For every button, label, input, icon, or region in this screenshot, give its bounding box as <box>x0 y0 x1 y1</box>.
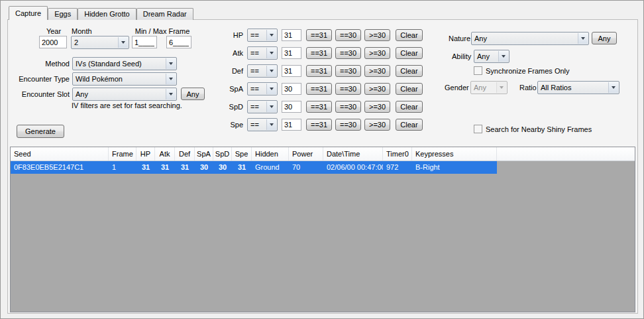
atk-clear-button[interactable]: Clear <box>396 47 423 59</box>
def-clear-button[interactable]: Clear <box>396 65 423 77</box>
cell-power: 70 <box>289 161 323 174</box>
spa-op-select[interactable]: == <box>247 82 278 96</box>
def-ge30-button[interactable]: >=30 <box>364 65 390 77</box>
def-eq31-button[interactable]: ==31 <box>306 65 332 77</box>
def-op-select[interactable]: == <box>247 64 278 78</box>
chevron-down-icon <box>266 48 276 58</box>
hp-label: HP <box>214 31 243 39</box>
atk-op-value: == <box>250 49 259 57</box>
def-op-value: == <box>250 67 259 75</box>
def-eq30-button[interactable]: ==30 <box>335 65 361 77</box>
chevron-down-icon <box>496 82 506 93</box>
generate-button[interactable]: Generate <box>17 125 64 138</box>
cell-seed: 0F83E0EB5E2147C1 <box>11 161 109 174</box>
gender-select-value: Any <box>474 84 486 92</box>
atk-eq31-button[interactable]: ==31 <box>306 47 332 59</box>
column-header-frame[interactable]: Frame <box>109 147 136 160</box>
column-header-spa[interactable]: SpA <box>195 147 213 160</box>
spd-ge30-button[interactable]: >=30 <box>364 101 390 113</box>
ability-label: Ability <box>452 52 471 60</box>
atk-ge30-button[interactable]: >=30 <box>364 47 390 59</box>
cell-datetime: 02/06/00 00:47:00 <box>323 161 383 174</box>
spe-op-select[interactable]: == <box>247 118 278 131</box>
table-row[interactable]: 0F83E0EB5E2147C1 1 31 31 31 30 30 31 Gro… <box>11 161 497 174</box>
column-header-hp[interactable]: HP <box>136 147 155 160</box>
column-header-spe[interactable]: Spe <box>232 147 252 160</box>
atk-value-input[interactable] <box>282 47 301 59</box>
hp-clear-button[interactable]: Clear <box>396 29 423 41</box>
gender-label: Gender <box>445 84 469 92</box>
spe-clear-button[interactable]: Clear <box>396 119 423 131</box>
ability-select-value: Any <box>477 52 490 60</box>
shiny-label: Search for Nearby Shiny Frames <box>486 125 592 133</box>
def-value-input[interactable] <box>282 65 301 77</box>
atk-op-select[interactable]: == <box>247 46 278 60</box>
encounter-type-select[interactable]: Wild Pokémon <box>72 72 177 86</box>
year-input[interactable] <box>39 36 67 48</box>
chevron-down-icon <box>266 84 276 94</box>
hp-eq31-button[interactable]: ==31 <box>306 29 332 41</box>
ratio-select-value: All Ratios <box>541 84 571 92</box>
app-window: Capture Eggs Hidden Grotto Dream Radar Y… <box>0 0 644 319</box>
column-header-keypresses[interactable]: Keypresses <box>412 147 497 160</box>
chevron-down-icon <box>166 74 176 84</box>
column-header-seed[interactable]: Seed <box>11 147 109 160</box>
ability-select[interactable]: Any <box>474 50 510 63</box>
tab-eggs[interactable]: Eggs <box>48 8 78 20</box>
column-header-datetime[interactable]: Date\Time <box>323 147 383 160</box>
chevron-down-icon <box>166 58 176 69</box>
month-select-value: 2 <box>74 38 78 46</box>
chevron-down-icon <box>498 51 508 62</box>
cell-frame: 1 <box>109 161 136 174</box>
cell-def: 31 <box>175 161 195 174</box>
column-header-def[interactable]: Def <box>175 147 195 160</box>
month-select[interactable]: 2 <box>71 36 129 49</box>
tab-dream-radar[interactable]: Dream Radar <box>136 8 193 20</box>
spd-eq30-button[interactable]: ==30 <box>335 101 361 113</box>
hp-op-select[interactable]: == <box>247 29 278 42</box>
atk-label: Atk <box>214 49 243 57</box>
spe-value-input[interactable] <box>282 119 301 131</box>
spa-value-input[interactable] <box>282 83 301 95</box>
spe-ge30-button[interactable]: >=30 <box>364 119 390 131</box>
atk-eq30-button[interactable]: ==30 <box>335 47 361 59</box>
spa-clear-button[interactable]: Clear <box>396 83 423 95</box>
spa-ge30-button[interactable]: >=30 <box>364 83 390 95</box>
shiny-checkbox[interactable] <box>474 125 482 133</box>
encounter-slot-select[interactable]: Any <box>72 88 177 101</box>
nature-select[interactable]: Any <box>471 32 589 45</box>
spd-eq31-button[interactable]: ==31 <box>306 101 332 113</box>
encounter-slot-any-button[interactable]: Any <box>181 88 205 100</box>
hp-op-value: == <box>250 31 259 39</box>
method-select[interactable]: IVs (Standard Seed) <box>72 57 177 70</box>
cell-hp: 31 <box>136 161 155 174</box>
max-frame-input[interactable] <box>166 36 191 48</box>
chevron-down-icon <box>266 30 276 40</box>
gender-select: Any <box>470 81 508 94</box>
hp-value-input[interactable] <box>282 29 301 41</box>
tab-capture[interactable]: Capture <box>9 6 48 20</box>
spd-clear-button[interactable]: Clear <box>396 101 423 113</box>
cell-keypresses: B-Right <box>412 161 497 174</box>
spa-eq31-button[interactable]: ==31 <box>306 83 332 95</box>
hp-eq30-button[interactable]: ==30 <box>335 29 361 41</box>
spe-eq31-button[interactable]: ==31 <box>306 119 332 131</box>
column-header-atk[interactable]: Atk <box>155 147 175 160</box>
min-frame-input[interactable] <box>132 36 157 48</box>
column-header-power[interactable]: Power <box>289 147 323 160</box>
cell-spe: 31 <box>232 161 252 174</box>
chevron-down-icon <box>166 89 176 99</box>
nature-any-button[interactable]: Any <box>592 32 617 44</box>
spa-eq30-button[interactable]: ==30 <box>335 83 361 95</box>
column-header-spd[interactable]: SpD <box>213 147 232 160</box>
spd-op-select[interactable]: == <box>247 100 278 113</box>
spe-eq30-button[interactable]: ==30 <box>335 119 361 131</box>
hp-ge30-button[interactable]: >=30 <box>364 29 390 41</box>
column-header-timer0[interactable]: Timer0 <box>383 147 412 160</box>
spa-op-value: == <box>250 85 259 93</box>
spd-value-input[interactable] <box>282 101 301 113</box>
tab-hidden-grotto[interactable]: Hidden Grotto <box>78 8 136 20</box>
column-header-hidden[interactable]: Hidden <box>252 147 289 160</box>
synchronize-checkbox[interactable] <box>474 66 482 75</box>
ratio-select[interactable]: All Ratios <box>537 81 619 94</box>
